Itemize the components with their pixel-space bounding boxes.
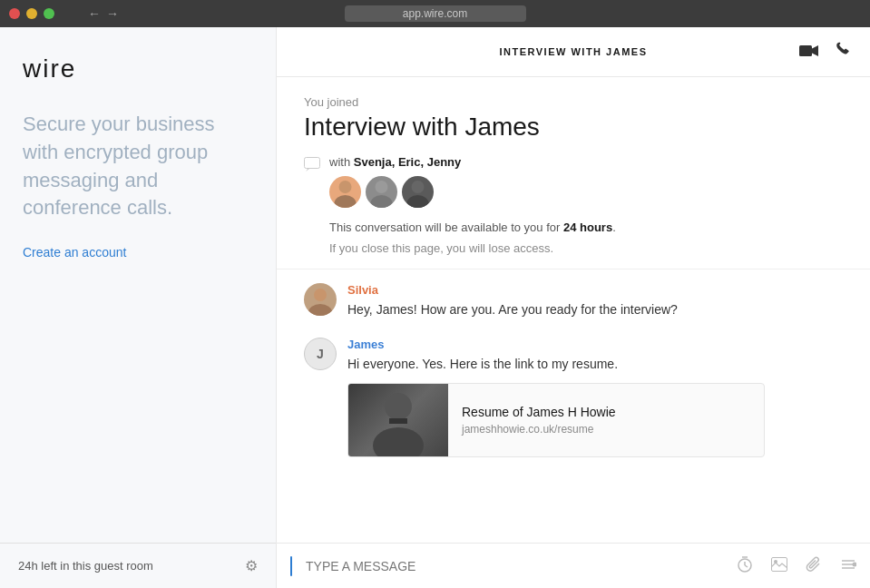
app-container: wire Secure your business with encrypted…: [0, 27, 870, 588]
avatar-jenny: [402, 176, 434, 208]
svg-rect-1: [305, 158, 320, 169]
chat-title: INTERVIEW WITH JAMES: [499, 46, 647, 57]
avatar-silvia-msg: [304, 283, 337, 316]
link-preview[interactable]: Resume of James H Howie jameshhowie.co.u…: [347, 383, 765, 457]
back-arrow[interactable]: ←: [88, 6, 101, 21]
sidebar: wire Secure your business with encrypted…: [0, 27, 277, 588]
link-preview-body: Resume of James H Howie jameshhowie.co.u…: [448, 384, 630, 456]
participants-label: with Svenja, Eric, Jenny: [329, 155, 843, 169]
create-account-link[interactable]: Create an account: [23, 245, 253, 260]
svg-point-4: [376, 181, 388, 193]
message-content-james: James Hi everyone. Yes. Here is the link…: [347, 338, 843, 457]
availability-notice: This conversation will be available to y…: [329, 219, 843, 237]
link-preview-title: Resume of James H Howie: [462, 405, 616, 419]
titlebar-nav: ← →: [88, 6, 119, 21]
titlebar: ← → app.wire.com: [0, 0, 870, 27]
url-bar[interactable]: app.wire.com: [345, 5, 526, 22]
svg-point-2: [339, 181, 352, 193]
dot-close[interactable]: [9, 8, 20, 19]
chat-messages: You joined Interview with James with Sve…: [277, 77, 870, 543]
message-text-james: Hi everyone. Yes. Here is the link to my…: [347, 355, 843, 374]
svg-line-15: [745, 565, 748, 567]
svg-point-8: [314, 289, 327, 301]
svg-point-5: [371, 195, 393, 208]
participants-names: Svenja, Eric, Jenny: [354, 155, 462, 169]
link-preview-image: [348, 384, 448, 456]
sidebar-tagline: Secure your business with encrypted grou…: [23, 111, 253, 222]
video-call-icon[interactable]: [799, 43, 819, 62]
chat-header: INTERVIEW WITH JAMES: [277, 27, 870, 77]
svg-point-7: [407, 195, 429, 208]
svg-point-3: [335, 195, 357, 208]
sidebar-footer: 24h left in this guest room ⚙: [0, 543, 276, 588]
avatar-eric: [366, 176, 397, 208]
message-sender-silvia: Silvia: [347, 283, 843, 297]
participants-info: with Svenja, Eric, Jenny: [329, 155, 843, 255]
image-icon[interactable]: [771, 557, 787, 575]
participants-row: with Svenja, Eric, Jenny: [304, 155, 843, 255]
chat-bubble-icon: [304, 157, 320, 175]
svg-point-6: [412, 181, 425, 193]
message-row-james: J James Hi everyone. Yes. Here is the li…: [304, 338, 843, 457]
more-options-icon[interactable]: [840, 556, 856, 576]
svg-point-9: [308, 304, 332, 316]
chat-panel: INTERVIEW WITH JAMES You joi: [277, 27, 870, 588]
timer-icon[interactable]: [737, 556, 753, 576]
svg-rect-0: [799, 45, 812, 56]
input-actions: [737, 556, 856, 576]
guest-room-timer: 24h left in this guest room: [18, 559, 153, 573]
availability-hours: 24 hours: [563, 220, 612, 234]
avatar-svenja: [329, 176, 361, 208]
chat-header-actions: [799, 42, 852, 63]
link-preview-url: jameshhowie.co.uk/resume: [462, 423, 616, 436]
forward-arrow[interactable]: →: [106, 6, 119, 21]
messages-divider: [277, 269, 870, 270]
conversation-title: Interview with James: [304, 113, 843, 142]
message-row: Silvia Hey, James! How are you. Are you …: [304, 283, 843, 319]
avatar-james-msg: J: [304, 338, 337, 370]
chat-input-bar: [277, 543, 870, 588]
avatars-row: [329, 176, 843, 208]
settings-icon[interactable]: ⚙: [245, 557, 258, 574]
attachment-icon[interactable]: [806, 556, 822, 576]
message-content-silvia: Silvia Hey, James! How are you. Are you …: [347, 283, 843, 319]
join-notice: You joined Interview with James: [304, 95, 843, 142]
svg-point-22: [853, 562, 857, 566]
input-cursor: [290, 556, 292, 576]
message-text-silvia: Hey, James! How are you. Are you ready f…: [347, 300, 843, 319]
lose-access-notice: If you close this page, you will lose ac…: [329, 241, 843, 255]
svg-point-10: [385, 393, 412, 420]
wire-logo: wire: [23, 54, 253, 83]
dot-minimize[interactable]: [26, 8, 37, 19]
svg-rect-12: [389, 418, 407, 424]
message-input[interactable]: [306, 559, 723, 573]
dot-maximize[interactable]: [44, 8, 54, 19]
phone-call-icon[interactable]: [836, 42, 852, 63]
message-sender-james: James: [347, 338, 843, 351]
svg-point-11: [373, 427, 424, 456]
join-notice-small: You joined: [304, 95, 843, 109]
